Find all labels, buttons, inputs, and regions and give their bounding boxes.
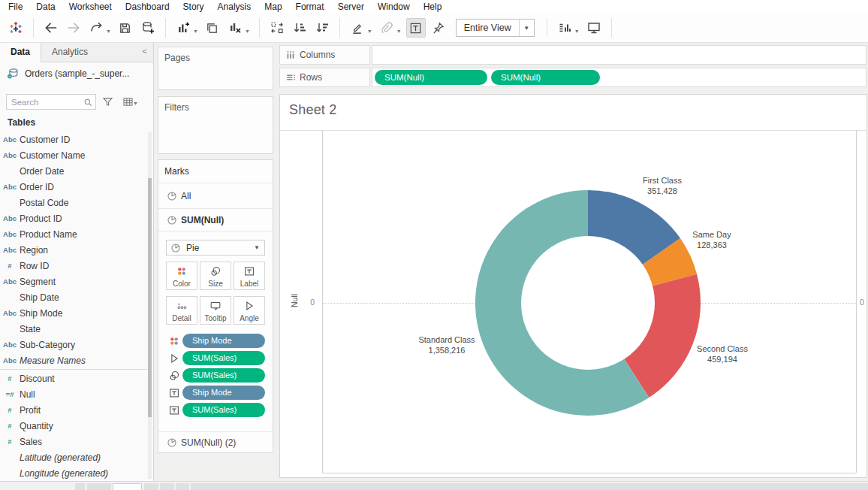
color-dots-icon <box>175 265 188 278</box>
field-segment[interactable]: AbcSegment <box>0 274 147 289</box>
clear-sheet-button[interactable] <box>225 18 245 38</box>
fit-selector[interactable]: Entire View ▼ <box>456 19 535 37</box>
field-ship-mode[interactable]: AbcShip Mode <box>0 305 147 321</box>
new-worksheet-button[interactable] <box>173 18 193 38</box>
status-segment[interactable] <box>160 483 174 490</box>
field-latitude-generated[interactable]: Latitude (generated) <box>0 449 147 465</box>
menu-window[interactable]: Window <box>371 2 417 12</box>
slice-label-second-class: Second Class459,194 <box>677 344 767 364</box>
view-options-caret-icon[interactable]: ▼ <box>133 101 138 106</box>
filter-fields-icon[interactable] <box>101 95 114 108</box>
redo-caret-icon[interactable]: ▼ <box>106 29 111 34</box>
status-segment[interactable] <box>87 483 111 490</box>
presentation-mode-button[interactable] <box>584 18 604 38</box>
status-segment[interactable] <box>144 483 158 490</box>
field-product-name[interactable]: AbcProduct Name <box>0 226 147 242</box>
menu-format[interactable]: Format <box>289 2 331 12</box>
redo-button[interactable] <box>86 18 106 38</box>
row-axis-label[interactable]: Null <box>290 294 299 307</box>
swap-rows-columns-button[interactable] <box>267 18 287 38</box>
marks-tab-sum-null[interactable]: SUM(Null) <box>158 209 273 231</box>
angle-button[interactable]: Angle <box>234 296 265 325</box>
active-sheet-tab-edge[interactable] <box>113 483 142 490</box>
tab-analytics[interactable]: Analytics <box>41 43 98 62</box>
tab-data[interactable]: Data <box>0 43 41 62</box>
menu-help[interactable]: Help <box>417 2 449 12</box>
field-profit[interactable]: #Profit <box>0 402 147 418</box>
fix-axes-button[interactable] <box>429 18 448 38</box>
duplicate-sheet-button[interactable] <box>203 18 222 38</box>
scrollbar-thumb[interactable] <box>148 178 152 417</box>
filters-card[interactable]: Filters <box>158 96 273 154</box>
field-product-id[interactable]: AbcProduct ID <box>0 210 147 226</box>
pill-sum-sales-angle[interactable]: SUM(Sales) <box>182 351 265 365</box>
pill-sum-sales-size[interactable]: SUM(Sales) <box>182 368 265 383</box>
datasource-row[interactable]: Orders (sample_-_super... <box>6 67 149 80</box>
field-longitude-generated[interactable]: Longitude (generated) <box>0 465 147 481</box>
field-null[interactable]: =#Null <box>0 386 147 402</box>
field-customer-name[interactable]: AbcCustomer Name <box>0 147 147 163</box>
rows-pill-sum-null-2[interactable]: SUM(Null) <box>491 70 600 85</box>
menu-server[interactable]: Server <box>331 2 371 12</box>
field-sub-category[interactable]: AbcSub-Category <box>0 337 147 352</box>
pages-card[interactable]: Pages <box>158 47 273 90</box>
status-segment[interactable] <box>176 483 189 490</box>
new-worksheet-caret-icon[interactable]: ▼ <box>193 29 198 34</box>
menu-map[interactable]: Map <box>258 2 288 12</box>
field-state[interactable]: State <box>0 321 147 337</box>
save-button[interactable] <box>116 18 135 38</box>
field-order-date[interactable]: Order Date <box>0 163 147 179</box>
tooltip-button[interactable]: Tooltip <box>200 296 231 325</box>
marks-tab-all[interactable]: All <box>158 183 273 209</box>
field-region[interactable]: AbcRegion <box>0 242 147 258</box>
rows-shelf-body[interactable]: SUM(Null) SUM(Null) <box>372 68 866 87</box>
clear-sheet-caret-icon[interactable]: ▼ <box>245 29 250 34</box>
columns-shelf-body[interactable] <box>372 45 866 65</box>
field-customer-id[interactable]: AbcCustomer ID <box>0 132 147 147</box>
sort-descending-button[interactable] <box>312 18 332 38</box>
field-measure-names[interactable]: AbcMeasure Names <box>0 352 147 368</box>
tableau-logo-icon[interactable] <box>6 18 26 38</box>
menu-file[interactable]: File <box>2 2 29 12</box>
add-data-source-button[interactable] <box>138 18 158 38</box>
field-postal-code[interactable]: Postal Code <box>0 195 147 210</box>
menu-analysis[interactable]: Analysis <box>211 2 258 12</box>
show-hide-cards-caret-icon[interactable]: ▼ <box>574 29 580 34</box>
field-order-id[interactable]: AbcOrder ID <box>0 179 147 195</box>
sheet-title[interactable]: Sheet 2 <box>289 102 336 118</box>
menu-story[interactable]: Story <box>176 2 211 12</box>
highlight-button[interactable] <box>348 18 367 38</box>
fit-selector-caret-icon[interactable]: ▼ <box>519 20 534 36</box>
mark-type-dropdown[interactable]: Pie ▼ <box>166 240 265 256</box>
show-hide-cards-button[interactable] <box>555 18 574 38</box>
format-caret-icon[interactable]: ▼ <box>396 29 402 34</box>
pill-ship-mode-label[interactable]: Ship Mode <box>182 386 265 400</box>
label-button[interactable]: Label <box>234 262 265 290</box>
pill-ship-mode-color[interactable]: Ship Mode <box>182 334 265 348</box>
pill-sum-sales-label[interactable]: SUM(Sales) <box>182 403 265 417</box>
field-discount[interactable]: #Discount <box>0 371 147 386</box>
rows-pill-sum-null-1[interactable]: SUM(Null) <box>375 70 487 85</box>
marks-tab-sum-null-2[interactable]: SUM(Null) (2) <box>158 431 273 452</box>
field-quantity[interactable]: #Quantity <box>0 418 147 434</box>
dimension-measure-divider <box>0 369 147 370</box>
size-button[interactable]: Size <box>200 262 231 290</box>
field-sales[interactable]: #Sales <box>0 434 147 449</box>
menu-worksheet[interactable]: Worksheet <box>62 2 119 12</box>
format-workbook-button[interactable] <box>377 18 396 38</box>
forward-button[interactable] <box>64 18 83 38</box>
collapse-pane-button[interactable]: < <box>143 43 153 62</box>
status-segment[interactable] <box>75 483 85 490</box>
data-pane-scrollbar[interactable] <box>148 132 152 479</box>
sort-ascending-button[interactable] <box>290 18 309 38</box>
field-ship-date[interactable]: Ship Date <box>0 289 147 305</box>
donut-chart[interactable] <box>468 183 708 423</box>
menu-dashboard[interactable]: Dashboard <box>119 2 176 12</box>
field-row-id[interactable]: #Row ID <box>0 258 147 274</box>
detail-button[interactable]: Detail <box>166 296 197 325</box>
back-button[interactable] <box>41 18 61 38</box>
color-button[interactable]: Color <box>166 262 197 290</box>
menu-data[interactable]: Data <box>29 2 62 12</box>
highlight-caret-icon[interactable]: ▼ <box>367 29 372 34</box>
show-mark-labels-button[interactable] <box>406 18 426 38</box>
